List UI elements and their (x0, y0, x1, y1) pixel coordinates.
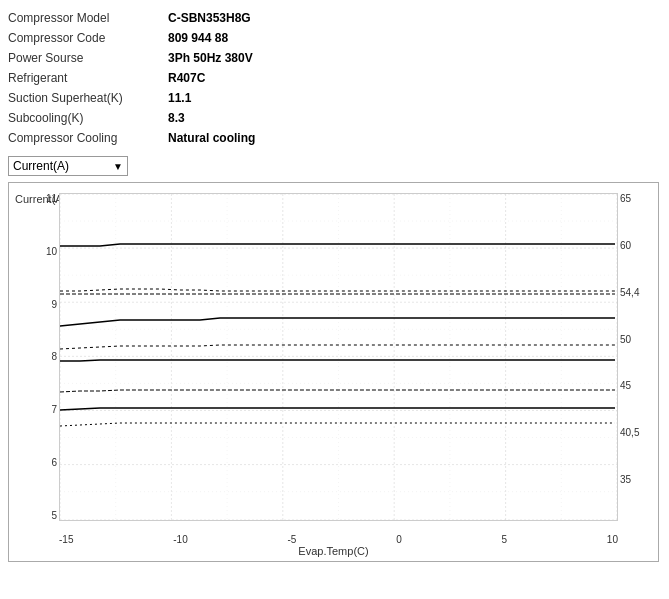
chart-line-low2 (60, 408, 615, 410)
info-value: R407C (168, 68, 205, 88)
x-axis-label: -5 (287, 534, 296, 545)
chart-svg (60, 194, 617, 520)
chart-line-65 (60, 244, 615, 246)
chart-line-54-dash (60, 289, 615, 291)
y-axis-label: 8 (51, 351, 57, 362)
metric-dropdown[interactable]: Current(A) ▼ (8, 156, 128, 176)
x-axis-label: 0 (396, 534, 402, 545)
chart-line-low3 (60, 423, 615, 426)
x-axis-label: 5 (502, 534, 508, 545)
info-label: Suction Superheat(K) (8, 88, 168, 108)
x-axis-label: -10 (173, 534, 187, 545)
y2-axis-label: 35 (620, 474, 631, 485)
info-row: Suction Superheat(K)11.1 (8, 88, 661, 108)
chart-container: Current(A) 111098765 (8, 182, 659, 562)
info-value: 11.1 (168, 88, 191, 108)
info-label: Compressor Model (8, 8, 168, 28)
y-axis-label: 10 (46, 246, 57, 257)
info-value: 8.3 (168, 108, 185, 128)
info-value: 3Ph 50Hz 380V (168, 48, 253, 68)
info-value: 809 944 88 (168, 28, 228, 48)
info-label: Subcooling(K) (8, 108, 168, 128)
chart-area (59, 193, 618, 521)
info-row: RefrigerantR407C (8, 68, 661, 88)
info-label: Compressor Code (8, 28, 168, 48)
info-label: Refrigerant (8, 68, 168, 88)
x-axis-title: Evap.Temp(C) (298, 545, 368, 557)
dropdown-selected: Current(A) (13, 159, 69, 173)
info-table: Compressor ModelC-SBN353H8GCompressor Co… (8, 8, 661, 148)
info-label: Power Sourse (8, 48, 168, 68)
chart-line-45 (60, 318, 615, 326)
info-value: C-SBN353H8G (168, 8, 251, 28)
main-container: Compressor ModelC-SBN353H8GCompressor Co… (0, 0, 669, 599)
y-axis-label: 7 (51, 404, 57, 415)
chart-line-low1 (60, 390, 615, 392)
y2-axis-label: 54,4 (620, 287, 639, 298)
y2-axis-label: 45 (620, 380, 631, 391)
info-row: Compressor CoolingNatural cooling (8, 128, 661, 148)
info-value: Natural cooling (168, 128, 255, 148)
x-axis-label: -15 (59, 534, 73, 545)
info-row: Subcooling(K)8.3 (8, 108, 661, 128)
y-axis-label: 9 (51, 299, 57, 310)
info-row: Compressor Code809 944 88 (8, 28, 661, 48)
dropdown-container: Current(A) ▼ (8, 156, 661, 176)
y2-axis-label: 60 (620, 240, 631, 251)
info-row: Power Sourse3Ph 50Hz 380V (8, 48, 661, 68)
y2-axis-labels: 656054,4504540,535 (620, 193, 654, 521)
chart-line-35 (60, 360, 615, 361)
y2-axis-label: 65 (620, 193, 631, 204)
y-axis-labels: 111098765 (37, 193, 57, 521)
dropdown-arrow-icon: ▼ (113, 161, 123, 172)
y-axis-label: 5 (51, 510, 57, 521)
info-row: Compressor ModelC-SBN353H8G (8, 8, 661, 28)
x-axis-labels: -15-10-50510 (59, 534, 618, 545)
chart-line-40 (60, 345, 615, 349)
info-label: Compressor Cooling (8, 128, 168, 148)
y-axis-label: 6 (51, 457, 57, 468)
y2-axis-label: 40,5 (620, 427, 639, 438)
y2-axis-label: 50 (620, 334, 631, 345)
y-axis-label: 11 (46, 193, 57, 204)
x-axis-label: 10 (607, 534, 618, 545)
